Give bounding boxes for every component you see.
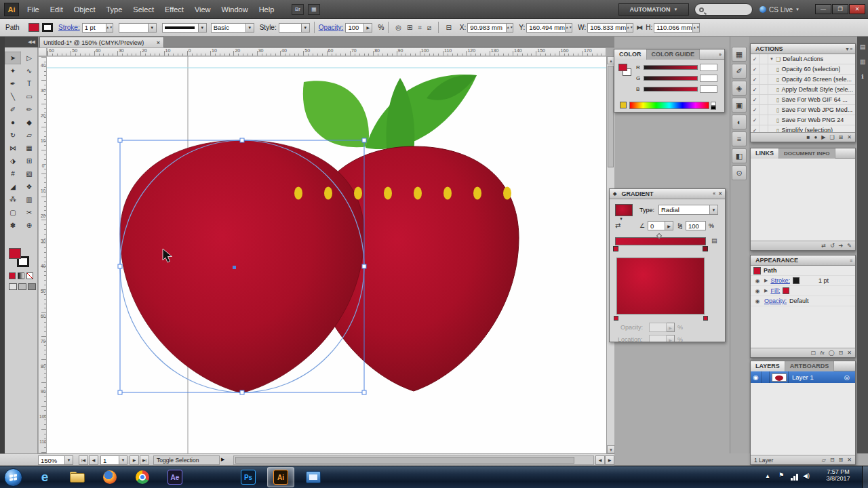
chevron-down-icon[interactable]: ▼ (119, 455, 127, 465)
search-input[interactable] (694, 3, 753, 16)
stroke-color-swatch[interactable] (42, 23, 53, 32)
action-row[interactable]: ✓▼❑Default Actions (751, 54, 855, 64)
action-toggle-check[interactable]: ✓ (751, 85, 760, 95)
brushes-panel-icon[interactable]: ✐ (732, 64, 747, 79)
action-dialog-toggle[interactable] (760, 64, 768, 75)
panel-menu-icon[interactable]: ≡ (850, 258, 855, 263)
stroke-link[interactable]: Stroke: (58, 24, 80, 31)
vertical-ruler[interactable]: 403020100102030405060708090100110 (38, 56, 47, 453)
scroll-left-icon[interactable]: ◀ (595, 455, 605, 465)
status-readout[interactable]: Toggle Selection (153, 455, 220, 465)
action-dialog-toggle[interactable] (760, 115, 768, 125)
pen-tool[interactable]: ✒ (5, 77, 21, 90)
artboard-tool[interactable]: ▢ (5, 206, 21, 219)
chevron-right-icon[interactable]: ▶ (364, 23, 372, 33)
opacity-link[interactable]: Opacity: (319, 24, 344, 31)
x-stepper[interactable]: ▲▼ (507, 23, 513, 33)
strawberry-left-selected[interactable] (120, 140, 364, 393)
menu-window[interactable]: Window (216, 0, 254, 19)
next-artboard-button[interactable]: ▶ (130, 455, 139, 465)
channel-value-field[interactable] (700, 85, 717, 93)
fill-color-swatch[interactable] (28, 23, 39, 32)
expand-icon[interactable]: ▼ (770, 57, 774, 61)
action-dialog-toggle[interactable] (760, 85, 768, 95)
show-hidden-icons-icon[interactable]: ▲ (765, 473, 770, 479)
blob-brush-tool[interactable]: ● (5, 116, 21, 129)
menu-effect[interactable]: Effect (159, 0, 189, 19)
taskbar-clock[interactable]: 7:57 PM 3/8/2017 (816, 468, 860, 482)
channel-slider[interactable] (644, 76, 698, 81)
status-menu-icon[interactable]: ▶ (221, 457, 224, 462)
normal-screen-mode-button[interactable] (9, 283, 17, 290)
variables-panel-icon[interactable]: ▥ (858, 57, 867, 66)
shape-builder-tool[interactable]: ⬗ (5, 155, 21, 167)
toolbar-collapse-button[interactable]: ◀◀ (0, 37, 38, 47)
menu-edit[interactable]: Edit (45, 0, 68, 19)
relink-icon[interactable]: ⇄ (821, 243, 826, 249)
add-effect-icon[interactable]: fx (820, 350, 824, 356)
gradient-stop-left[interactable] (613, 246, 618, 251)
network-icon[interactable] (791, 473, 798, 481)
taskbar-photoshop[interactable]: Ps (235, 467, 262, 487)
y-field[interactable]: 160.494 mm (526, 23, 566, 33)
gradient-options-icon[interactable]: ▤ (711, 237, 717, 244)
gradient-mode-button[interactable] (18, 272, 24, 279)
fill-link[interactable]: Fill: (770, 287, 780, 294)
panel-collapse-icon[interactable]: » (719, 52, 724, 57)
info-panel-icon[interactable]: ℹ (858, 72, 867, 81)
taskbar-firefox[interactable] (96, 467, 123, 487)
delete-layer-icon[interactable]: ✕ (847, 457, 852, 463)
brush-stroke-preview[interactable] (162, 23, 199, 33)
update-link-icon[interactable]: ↺ (830, 243, 835, 249)
arrange-documents-button[interactable]: ▦ (308, 4, 320, 15)
action-dialog-toggle[interactable] (760, 75, 768, 85)
clear-appearance-icon[interactable]: ◯ (829, 350, 835, 356)
transparency-panel-icon[interactable]: ◐ (732, 115, 747, 129)
opacity-field[interactable]: 100 (345, 23, 364, 33)
align-icon[interactable]: ⊞ (407, 24, 412, 31)
close-tab-icon[interactable]: × (157, 39, 160, 46)
lock-toggle[interactable] (762, 371, 770, 383)
color-spectrum-bar[interactable] (629, 102, 709, 109)
line-segment-tool[interactable]: ╲ (5, 90, 21, 103)
chevron-down-icon[interactable]: ▼ (710, 205, 718, 215)
swatches-panel-icon[interactable]: ▦ (732, 47, 747, 62)
menu-help[interactable]: Help (254, 0, 280, 19)
start-button[interactable] (4, 468, 22, 487)
chevron-down-icon[interactable]: ▼ (619, 217, 623, 221)
width-profile-dropdown[interactable] (119, 23, 149, 33)
selection-tool[interactable]: ➤ (5, 52, 21, 64)
action-toggle-check[interactable]: ✓ (751, 64, 760, 75)
action-toggle-check[interactable]: ✓ (751, 54, 760, 64)
taskbar-internet-explorer[interactable]: e (31, 467, 58, 487)
brush-definition-dropdown[interactable]: Basic (211, 23, 246, 33)
chevron-down-icon[interactable]: ▼ (246, 23, 254, 33)
action-toggle-check[interactable]: ✓ (751, 115, 760, 125)
duplicate-item-icon[interactable]: ⊡ (839, 350, 844, 356)
stroke-weight-stepper[interactable]: ▲▼ (106, 23, 113, 33)
none-mode-button[interactable] (26, 272, 33, 279)
first-artboard-button[interactable]: |◀ (79, 455, 88, 465)
eyedropper-tool[interactable]: ◢ (5, 180, 21, 193)
chevron-down-icon[interactable]: ▼ (199, 23, 207, 33)
action-toggle-check[interactable]: ✓ (751, 125, 760, 133)
rotate-tool[interactable]: ↻ (5, 129, 21, 142)
action-toggle-check[interactable]: ✓ (751, 105, 760, 115)
delete-icon[interactable]: ✕ (847, 134, 852, 140)
last-color-swatch[interactable] (620, 102, 627, 108)
zoom-tool[interactable]: ⊕ (21, 219, 37, 232)
delete-icon[interactable]: ✕ (847, 350, 852, 356)
gradient-preview[interactable] (616, 258, 705, 314)
layer-row-selected[interactable]: ◉ Layer 1 ◎ (751, 371, 855, 383)
type-tool[interactable]: T (21, 77, 37, 90)
blend-tool[interactable]: ❖ (21, 180, 37, 193)
new-sublayer-icon[interactable]: ⊟ (830, 457, 835, 463)
taskbar-illustrator-active[interactable]: Ai (267, 467, 294, 487)
toolbar-fill-swatch[interactable] (9, 248, 21, 259)
visibility-eye-icon[interactable]: ◉ (753, 278, 762, 284)
gradient-ramp[interactable] (615, 237, 706, 245)
record-icon[interactable]: ● (814, 134, 817, 140)
scale-tool[interactable]: ▱ (21, 129, 37, 142)
horizontal-ruler[interactable]: 6050403020100102030405060708090100110120… (47, 47, 606, 56)
h-field[interactable]: 110.066 mm (654, 23, 693, 33)
